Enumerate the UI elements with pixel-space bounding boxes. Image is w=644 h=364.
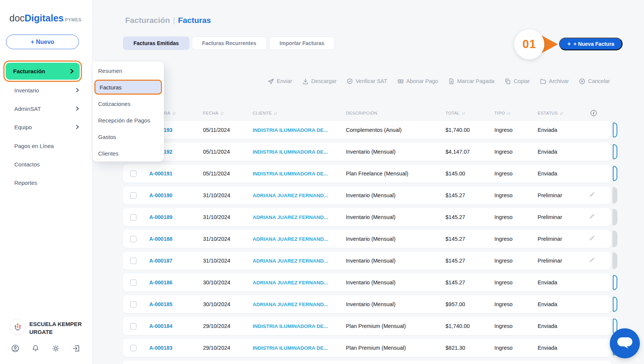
- download-icon: [302, 78, 309, 85]
- edit-pencil-icon[interactable]: [588, 235, 595, 243]
- invoice-folio-link[interactable]: A-000187: [149, 258, 173, 264]
- invoice-total: $957.00: [445, 301, 494, 307]
- invoice-total: $821.30: [445, 345, 494, 351]
- sidebar-item-facturacion[interactable]: Facturación: [6, 63, 80, 80]
- column-header-tipo[interactable]: TIPO↓↑: [494, 111, 538, 115]
- edit-pencil-icon[interactable]: [588, 213, 595, 221]
- tab-importar-facturas[interactable]: Importar Facturas: [269, 36, 335, 50]
- verify-sat-button[interactable]: Verificar SAT: [347, 78, 387, 85]
- account-name: ESCUELA KEMPERURGATE: [29, 319, 82, 336]
- invoice-date: 31/10/2024: [203, 192, 253, 198]
- row-checkbox[interactable]: [130, 323, 136, 329]
- copy-icon: [505, 78, 511, 85]
- row-checkbox[interactable]: [130, 301, 136, 308]
- row-checkbox[interactable]: [130, 214, 136, 221]
- row-checkbox[interactable]: [130, 279, 136, 286]
- invoice-type: Ingreso: [494, 149, 538, 155]
- new-button[interactable]: + Nuevo: [6, 35, 79, 49]
- column-header-fecha[interactable]: FECHA↓↑: [203, 111, 253, 115]
- invoice-folio-link[interactable]: A-000185: [149, 301, 173, 307]
- column-header-total[interactable]: TOTAL↓↑: [445, 111, 494, 115]
- sort-icon: ↓↑: [560, 111, 563, 115]
- invoice-type: Ingreso: [494, 258, 538, 264]
- chat-button[interactable]: [610, 328, 640, 358]
- plus-icon: +: [567, 41, 571, 47]
- sidebar-item-contactos[interactable]: Contactos: [14, 159, 79, 169]
- pay-button[interactable]: Abonar Pago: [397, 78, 438, 85]
- row-edge-tab: [612, 187, 617, 204]
- invoice-folio-link[interactable]: A-000183: [149, 345, 173, 351]
- brand-logo: docDigitalesPYMES: [9, 13, 82, 24]
- invoice-folio-link[interactable]: A-000186: [149, 279, 173, 285]
- submenu-item-facturas[interactable]: Facturas: [94, 80, 162, 95]
- invoice-client-link[interactable]: INDISTRIA ILUMINADORA DE...: [253, 127, 342, 133]
- invoice-client-link[interactable]: INDISTRIA ILUMINADORA DE...: [253, 323, 342, 329]
- edit-pencil-icon[interactable]: [588, 191, 595, 199]
- invoice-description: Plan Premium (Mensual): [346, 345, 445, 351]
- cancel-button[interactable]: Cancelar: [579, 78, 610, 85]
- invoice-type: Ingreso: [494, 192, 538, 198]
- submenu-item-clientes[interactable]: Clientes: [92, 145, 164, 162]
- invoice-total: $145.27: [445, 192, 494, 198]
- table-row: A-000191 05/11/2024 INDISTRIA ILUMINADOR…: [123, 165, 611, 183]
- row-checkbox[interactable]: [130, 192, 136, 199]
- info-icon[interactable]: i: [591, 110, 597, 116]
- new-invoice-button[interactable]: ++ Nueva Factura: [559, 38, 623, 50]
- archive-button[interactable]: Archivar: [540, 78, 569, 85]
- invoice-client-link[interactable]: INDISTRIA ILUMINADORA DE...: [253, 149, 342, 155]
- row-edge-tab: [613, 144, 617, 159]
- invoice-client-link[interactable]: ADRIANA JUAREZ FERNAND...: [253, 258, 342, 264]
- invoice-description: Inventario (Mensual): [346, 149, 445, 155]
- row-edge-tab: [613, 275, 617, 290]
- invoice-folio-link[interactable]: A-000189: [149, 214, 173, 220]
- invoice-client-link[interactable]: ADRIANA JUAREZ FERNAND...: [253, 193, 342, 198]
- sidebar-item-adminsat[interactable]: AdminSAT: [14, 104, 79, 113]
- receipt-paid-icon: $: [448, 78, 455, 85]
- sidebar-item-equipo[interactable]: Equipo: [14, 122, 79, 132]
- submenu-item-recepcion-de-pagos[interactable]: Recepción de Pagos: [92, 112, 164, 128]
- invoice-client-link[interactable]: ADRIANA JUAREZ FERNAND...: [253, 214, 342, 220]
- column-header-estatus[interactable]: ESTATUS↓↑: [538, 111, 588, 115]
- row-checkbox[interactable]: [130, 345, 136, 351]
- invoice-type: Ingreso: [494, 323, 538, 329]
- invoice-client-link[interactable]: ADRIANA JUAREZ FERNAND...: [253, 280, 342, 285]
- sort-icon: ↓↑: [507, 111, 510, 115]
- tab-facturas-recurrentes[interactable]: Facturas Recurrentes: [192, 36, 267, 50]
- row-checkbox[interactable]: [130, 236, 136, 242]
- row-edge-tab: [613, 166, 617, 181]
- row-checkbox[interactable]: [130, 171, 136, 177]
- submenu-item-gastos[interactable]: Gastos: [92, 128, 164, 145]
- table-row: A-000185 30/10/2024 ADRIANA JUAREZ FERNA…: [123, 295, 611, 313]
- settings-icon[interactable]: [52, 344, 60, 352]
- invoice-type: Ingreso: [494, 214, 538, 220]
- invoice-folio-link[interactable]: A-000188: [149, 236, 173, 242]
- sort-icon: ↓↑: [274, 111, 277, 115]
- invoice-folio-link[interactable]: A-000184: [149, 323, 173, 329]
- download-button[interactable]: Descargar: [302, 78, 336, 85]
- invoice-client-link[interactable]: ADRIANA JUAREZ FERNAND...: [253, 236, 342, 242]
- tab-facturas-emitidas[interactable]: Facturas Emitidas: [123, 36, 189, 50]
- invoice-folio-link[interactable]: A-000190: [149, 192, 173, 198]
- annotation-highlight-facturacion: Facturación: [3, 60, 82, 82]
- sidebar-item-inventario[interactable]: Inventario: [14, 85, 79, 95]
- invoice-folio-link[interactable]: A-000191: [149, 171, 173, 177]
- invoice-client-link[interactable]: ADRIANA JUAREZ FERNAND...: [253, 302, 342, 307]
- send-button[interactable]: Enviar: [268, 78, 292, 85]
- chevron-right-icon: [76, 125, 79, 129]
- row-checkbox[interactable]: [130, 258, 136, 264]
- edit-pencil-icon[interactable]: [588, 257, 595, 265]
- sidebar-item-pagos-en-linea[interactable]: Pagos en Línea: [14, 141, 79, 151]
- logout-icon[interactable]: [72, 344, 80, 352]
- column-header-cliente[interactable]: CLIENTE↓↑: [253, 111, 346, 115]
- submenu-item-resumen[interactable]: Resumen: [92, 62, 164, 79]
- sidebar-item-reportes[interactable]: Reportes: [14, 178, 79, 187]
- invoice-client-link[interactable]: INDISTRIA ILUMINADORA DE...: [253, 345, 342, 351]
- notifications-icon[interactable]: [32, 344, 39, 352]
- mark-paid-button[interactable]: $ Marcar Pagada: [448, 78, 494, 85]
- copy-button[interactable]: Copiar: [505, 78, 530, 85]
- invoice-client-link[interactable]: INDISTRIA ILUMINADORA DE...: [253, 171, 342, 177]
- invoice-total: $145.00: [445, 171, 494, 177]
- submenu-item-cotizaciones[interactable]: Cotizaciones: [92, 95, 164, 112]
- account-icon[interactable]: [11, 344, 19, 352]
- invoice-type: Ingreso: [494, 236, 538, 242]
